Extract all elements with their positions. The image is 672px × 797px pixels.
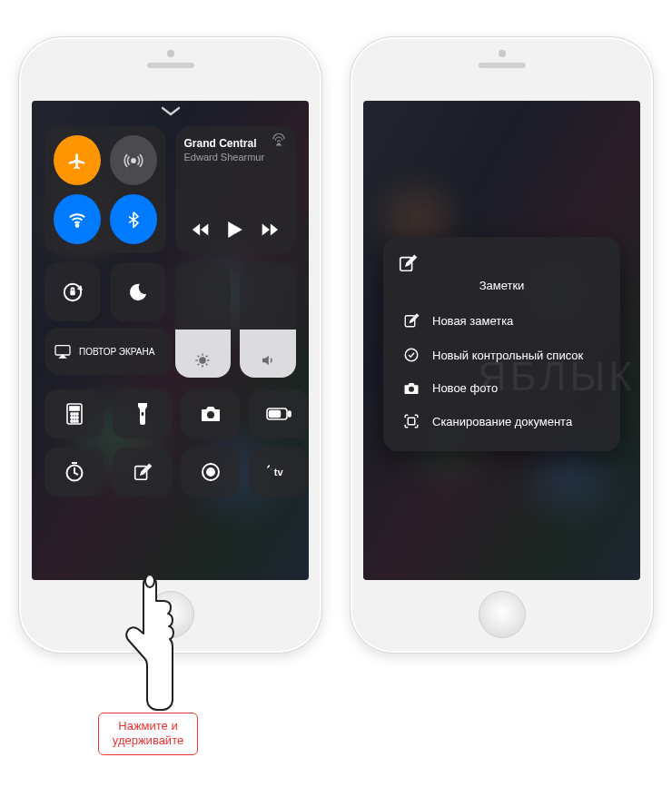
screen-mirroring-button[interactable]: ПОВТОР ЭКРАНА [44,328,172,375]
scan-icon [401,413,421,429]
flashlight-icon [136,402,149,426]
svg-rect-7 [70,407,79,410]
screen-mirroring-icon [54,344,72,359]
svg-point-13 [75,417,77,418]
svg-rect-5 [55,346,70,355]
timer-icon [64,461,85,483]
apple-tv-icon: tv [262,463,295,481]
audio-output-icon[interactable] [271,133,287,146]
apple-tv-remote-button[interactable]: tv [249,448,308,497]
pointing-hand-icon [120,572,183,713]
svg-point-12 [73,417,74,418]
do-not-disturb-button[interactable] [110,262,166,321]
action-label: Новое фото [432,381,498,395]
svg-point-30 [409,386,414,391]
camera-button[interactable] [181,389,240,438]
connectivity-module[interactable] [44,126,166,253]
brightness-icon [194,352,211,369]
screen-record-button[interactable] [181,448,240,497]
svg-point-32 [145,575,154,587]
volume-slider[interactable] [240,262,296,378]
chevron-down-icon[interactable] [161,106,181,117]
svg-text:tv: tv [273,467,283,477]
press-and-hold-hint: Нажмите и удерживайте [98,713,198,755]
iphone-right: Заметки Новая заметка Новый контрольный … [350,36,654,654]
svg-point-4 [200,358,205,363]
volume-icon [260,352,276,369]
airplane-mode-toggle[interactable] [54,135,101,185]
screen-mirroring-label: ПОВТОР ЭКРАНА [79,347,154,357]
speaker-grill [147,63,194,68]
rewind-button[interactable] [192,222,212,237]
svg-point-0 [132,158,135,162]
svg-rect-21 [269,411,280,418]
new-photo-action[interactable]: Новое фото [398,372,606,404]
svg-rect-20 [288,411,291,417]
svg-point-1 [75,223,78,226]
svg-rect-17 [141,412,143,416]
svg-point-9 [73,413,74,415]
battery-icon [266,408,292,420]
svg-rect-3 [70,290,74,294]
action-label: Сканирование документа [432,415,572,428]
notes-popup-title: Заметки [398,279,606,292]
rotation-lock-icon [61,280,84,304]
action-label: Новая заметка [432,314,513,328]
speaker-grill [479,63,526,68]
svg-point-18 [207,411,214,418]
compose-icon [398,253,606,273]
svg-point-10 [75,413,77,415]
svg-point-14 [70,420,72,422]
compose-icon [401,312,421,329]
iphone-left: Grand Central Edward Shearmur [18,36,322,654]
svg-point-11 [70,417,72,418]
calculator-icon [65,403,84,425]
action-label: Новый контрольный список [432,349,583,362]
front-camera [167,50,174,57]
airplane-icon [67,151,87,171]
wifi-toggle[interactable] [54,194,101,244]
svg-point-15 [73,420,74,422]
forward-button[interactable] [259,222,279,237]
new-checklist-action[interactable]: Новый контрольный список [398,338,606,372]
svg-point-29 [405,349,418,361]
bluetooth-icon [124,211,143,229]
calculator-button[interactable] [44,389,104,438]
control-center: Grand Central Edward Shearmur [32,101,309,580]
cellular-icon [124,151,143,171]
screen-right: Заметки Новая заметка Новый контрольный … [363,101,640,580]
svg-rect-31 [408,418,415,425]
bluetooth-toggle[interactable] [110,194,157,244]
home-button[interactable] [479,591,526,638]
scan-document-action[interactable]: Сканирование документа [398,404,606,438]
svg-point-16 [75,420,77,422]
moon-icon [128,282,148,302]
media-artist: Edward Shearmur [184,152,288,162]
svg-point-25 [207,468,214,476]
low-power-mode-button[interactable] [249,389,308,438]
new-note-action[interactable]: Новая заметка [398,303,606,338]
wifi-icon [67,210,87,230]
rotation-lock-button[interactable] [44,262,101,321]
flashlight-button[interactable] [113,389,172,438]
checklist-icon [401,347,421,363]
compose-icon [133,462,153,482]
camera-icon [401,382,421,395]
front-camera [499,50,506,57]
cellular-data-toggle[interactable] [110,135,157,185]
screen-left: Grand Central Edward Shearmur [32,101,309,580]
timer-button[interactable] [44,448,104,497]
brightness-slider[interactable] [175,262,232,378]
camera-icon [200,406,222,422]
notes-quick-actions-menu: Заметки Новая заметка Новый контрольный … [383,237,620,451]
svg-point-8 [70,413,72,415]
play-button[interactable] [227,221,243,239]
record-icon [200,461,222,483]
media-module[interactable]: Grand Central Edward Shearmur [175,126,297,253]
notes-button[interactable] [113,448,172,497]
